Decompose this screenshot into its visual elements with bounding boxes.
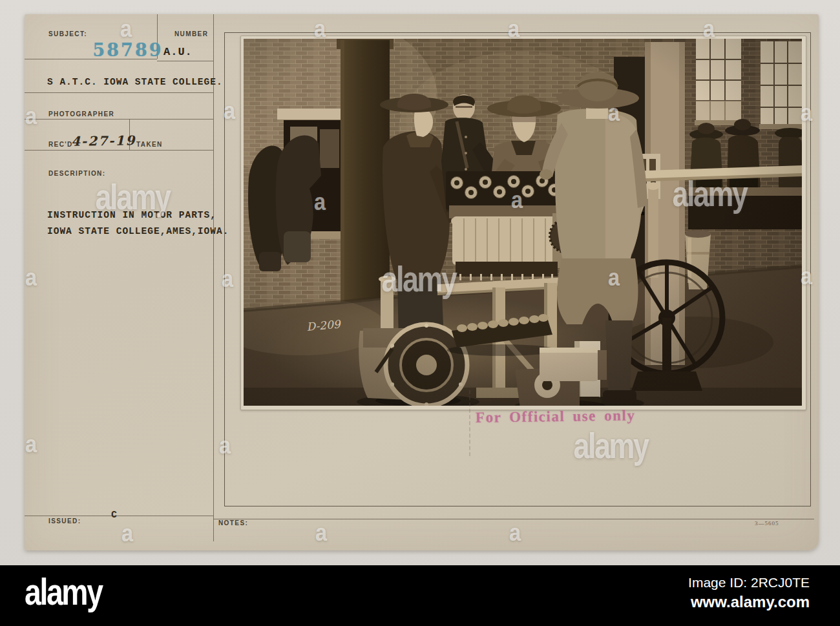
rule-under-org [25,92,213,93]
scanned-archive-photo-page: SUBJECT: NUMBER 58789 A.U. S A.T.C. IOWA… [0,0,840,626]
archive-index-card: SUBJECT: NUMBER 58789 A.U. S A.T.C. IOWA… [25,14,819,550]
image-id-text: Image ID: 2RCJ0TE [688,576,810,589]
received-date: 4-27-19 [71,134,136,148]
alamy-logo: alamy [25,573,102,610]
subject-label: SUBJECT: [48,31,87,37]
description-label: DESCRIPTION: [48,171,105,177]
notes-label: NOTES: [218,520,248,527]
print-code: 3—5605 [755,521,779,527]
organization-line: S A.T.C. IOWA STATE COLLEGE. [47,76,223,89]
vignette [244,39,802,406]
photograph: D-209 [240,36,806,410]
number-value: A.U. [163,47,193,57]
alamy-url-text: www.alamy.com [691,594,810,610]
description-line-1: INSTRUCTION IN MOTOR PARTS, [47,209,216,222]
issued-label: ISSUED: [48,518,81,525]
description-line-2: IOWA STATE COLLEGE,AMES,IOWA. [47,225,229,238]
photographer-label: PHOTOGRAPHER [48,111,114,118]
rule-above-notes [213,519,814,519]
alamy-footer-bar: alamy Image ID: 2RCJ0TE www.alamy.com [0,565,840,626]
rule-under-number [157,61,213,61]
official-use-stamp: For Official use only [476,407,644,426]
recd-label: REC'D [48,141,73,148]
card-fold-mark [469,390,470,456]
rule-under-photographer [25,119,213,120]
photo-illustration: D-209 [244,39,802,406]
number-label: NUMBER [174,31,208,37]
column-divider [213,14,214,541]
taken-label: TAKEN [136,141,163,148]
rule-under-recd [25,150,213,151]
issued-value: C [111,510,117,520]
subject-number-stamp: 58789 [89,41,167,59]
rule-above-issued [25,516,213,516]
